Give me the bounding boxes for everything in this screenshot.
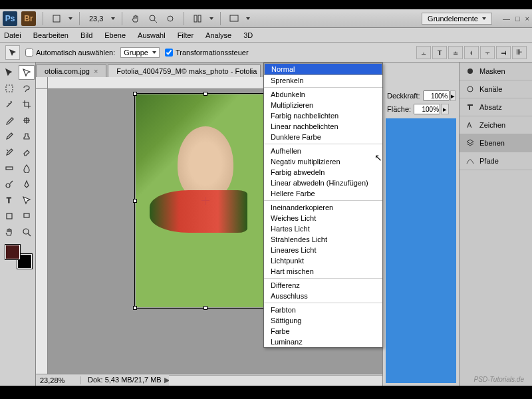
blend-strahlendes-licht[interactable]: Strahlendes Licht bbox=[264, 234, 382, 245]
color-swatches[interactable] bbox=[5, 245, 32, 269]
arrange-icon[interactable] bbox=[191, 12, 204, 25]
blend-sprenkeln[interactable]: Sprenkeln bbox=[264, 75, 382, 86]
foreground-color-swatch[interactable] bbox=[5, 245, 20, 259]
menu-auswahl[interactable]: Auswahl bbox=[138, 31, 166, 39]
fill-input[interactable] bbox=[414, 104, 440, 114]
history-brush-tool[interactable] bbox=[1, 145, 17, 160]
notes-tool[interactable] bbox=[19, 209, 35, 223]
zoom-icon[interactable] bbox=[146, 12, 160, 25]
ruler-vertical[interactable] bbox=[36, 89, 48, 374]
blend-farbig-nachbelichten[interactable]: Farbig nachbelichten bbox=[264, 110, 382, 121]
opacity-flyout-icon[interactable]: ▸ bbox=[450, 90, 456, 101]
screen-mode-icon[interactable] bbox=[227, 12, 241, 25]
align-left-icon[interactable]: ⫞ bbox=[464, 46, 479, 59]
selection-tool[interactable] bbox=[19, 65, 35, 80]
wand-tool[interactable] bbox=[1, 97, 17, 112]
align-vmid-icon[interactable]: ⫪ bbox=[432, 46, 447, 59]
rotate-icon[interactable] bbox=[164, 12, 177, 25]
hand-icon[interactable] bbox=[129, 12, 142, 25]
status-doc-size[interactable]: Dok: 5,43 MB/21,7 MB▶ bbox=[81, 376, 176, 384]
blend-aufhellen[interactable]: Aufhellen bbox=[264, 146, 382, 156]
status-zoom[interactable]: 23,28% bbox=[36, 376, 81, 384]
blend-saettigung[interactable]: Sättigung bbox=[264, 315, 382, 326]
blend-differenz[interactable]: Differenz bbox=[264, 280, 382, 291]
selected-layer[interactable] bbox=[386, 118, 456, 383]
transform-controls-checkbox[interactable]: Transformationssteuer bbox=[165, 49, 249, 57]
zoom-tool[interactable] bbox=[19, 225, 35, 239]
blend-abdunkeln[interactable]: Abdunkeln bbox=[264, 89, 382, 100]
auto-select-checkbox[interactable]: Automatisch auswählen: bbox=[25, 49, 115, 57]
blend-hart-mischen[interactable]: Hart mischen bbox=[264, 266, 382, 277]
blend-ausschluss[interactable]: Ausschluss bbox=[264, 291, 382, 301]
blend-dunklere-farbe[interactable]: Dunklere Farbe bbox=[264, 132, 382, 142]
blend-lichtpunkt[interactable]: Lichtpunkt bbox=[264, 255, 382, 266]
menu-bild[interactable]: Bild bbox=[80, 31, 92, 39]
dock-zeichen[interactable]: AZeichen bbox=[460, 116, 532, 134]
dock-pfade[interactable]: Pfade bbox=[460, 152, 532, 170]
canvas[interactable] bbox=[136, 94, 275, 307]
menu-bearbeiten[interactable]: Bearbeiten bbox=[33, 31, 68, 39]
launch-icon[interactable] bbox=[50, 12, 63, 25]
brush-tool[interactable] bbox=[1, 129, 17, 144]
blend-multiplizieren[interactable]: Multiplizieren bbox=[264, 100, 382, 110]
blend-luminanz[interactable]: Luminanz bbox=[264, 336, 382, 347]
align-bottom-icon[interactable]: ⫨ bbox=[448, 46, 463, 59]
blend-linear-nachbelichten[interactable]: Linear nachbelichten bbox=[264, 121, 382, 132]
blend-farbe[interactable]: Farbe bbox=[264, 326, 382, 336]
align-hmid-icon[interactable]: ⫟ bbox=[480, 46, 495, 59]
fill-flyout-icon[interactable]: ▸ bbox=[441, 104, 449, 114]
eraser-tool[interactable] bbox=[19, 145, 35, 160]
menu-analyse[interactable]: Analyse bbox=[205, 31, 231, 39]
path-tool[interactable] bbox=[19, 193, 35, 207]
blend-farbton[interactable]: Farbton bbox=[264, 305, 382, 315]
workspace-dropdown[interactable]: Grundelemente bbox=[422, 13, 492, 25]
gradient-tool[interactable] bbox=[1, 161, 17, 176]
close-icon[interactable]: × bbox=[525, 15, 529, 23]
blend-negativ-multiplizieren[interactable]: Negativ multiplizieren bbox=[264, 156, 382, 167]
align-right-icon[interactable]: ⫤ bbox=[496, 46, 511, 59]
distribute-icon[interactable]: ⊪ bbox=[512, 46, 527, 59]
move-tool[interactable] bbox=[1, 65, 17, 80]
blend-hellere-farbe[interactable]: Hellere Farbe bbox=[264, 188, 382, 199]
blend-hartes-licht[interactable]: Hartes Licht bbox=[264, 223, 382, 234]
healing-tool[interactable] bbox=[19, 113, 35, 128]
blend-linear-abwedeln[interactable]: Linear abwedeln (Hinzufügen) bbox=[264, 178, 382, 188]
dock-masken[interactable]: Masken bbox=[460, 63, 532, 80]
blend-ineinanderkopieren[interactable]: Ineinanderkopieren bbox=[264, 202, 382, 213]
hand-tool[interactable] bbox=[1, 225, 17, 239]
blend-normal[interactable]: Normal bbox=[264, 63, 382, 75]
crop-tool[interactable] bbox=[19, 97, 35, 112]
minimize-icon[interactable]: — bbox=[503, 15, 510, 23]
dock-absatz[interactable]: Absatz bbox=[460, 98, 532, 116]
dock-kanaele[interactable]: Kanäle bbox=[460, 80, 532, 98]
shape-tool[interactable] bbox=[1, 209, 17, 223]
align-top-icon[interactable]: ⫠ bbox=[416, 46, 431, 59]
lasso-tool[interactable] bbox=[19, 81, 35, 96]
ps-logo-icon[interactable]: Ps bbox=[3, 11, 17, 26]
pen-tool[interactable] bbox=[19, 177, 35, 192]
horizontal-scrollbar[interactable] bbox=[169, 375, 382, 386]
move-tool-indicator[interactable] bbox=[5, 45, 20, 60]
maximize-icon[interactable]: □ bbox=[515, 15, 520, 23]
opacity-input[interactable] bbox=[423, 90, 450, 101]
tab-1[interactable]: otolia.com.jpg× bbox=[36, 65, 106, 77]
dock-ebenen[interactable]: Ebenen bbox=[460, 134, 532, 152]
blend-lineares-licht[interactable]: Lineares Licht bbox=[264, 245, 382, 255]
eyedropper-tool[interactable] bbox=[1, 113, 17, 128]
type-tool[interactable]: T bbox=[1, 193, 17, 207]
zoom-value[interactable]: 23,3 bbox=[86, 15, 106, 23]
blend-weiches-licht[interactable]: Weiches Licht bbox=[264, 213, 382, 223]
blend-farbig-abwedeln[interactable]: Farbig abwedeln bbox=[264, 167, 382, 178]
menu-ebene[interactable]: Ebene bbox=[104, 31, 126, 39]
menu-3d[interactable]: 3D bbox=[243, 31, 253, 39]
menu-datei[interactable]: Datei bbox=[4, 31, 21, 39]
close-tab-icon[interactable]: × bbox=[94, 67, 98, 75]
auto-select-dropdown[interactable]: Gruppe bbox=[120, 47, 160, 58]
dodge-tool[interactable] bbox=[1, 177, 17, 192]
marquee-tool[interactable] bbox=[1, 81, 17, 96]
stamp-tool[interactable] bbox=[19, 129, 35, 144]
bridge-logo-icon[interactable]: Br bbox=[21, 11, 36, 26]
tab-2[interactable]: Fotolia_4004759_M© maks_photo - Fotolia bbox=[108, 65, 261, 77]
blur-tool[interactable] bbox=[19, 161, 35, 176]
menu-filter[interactable]: Filter bbox=[178, 31, 194, 39]
